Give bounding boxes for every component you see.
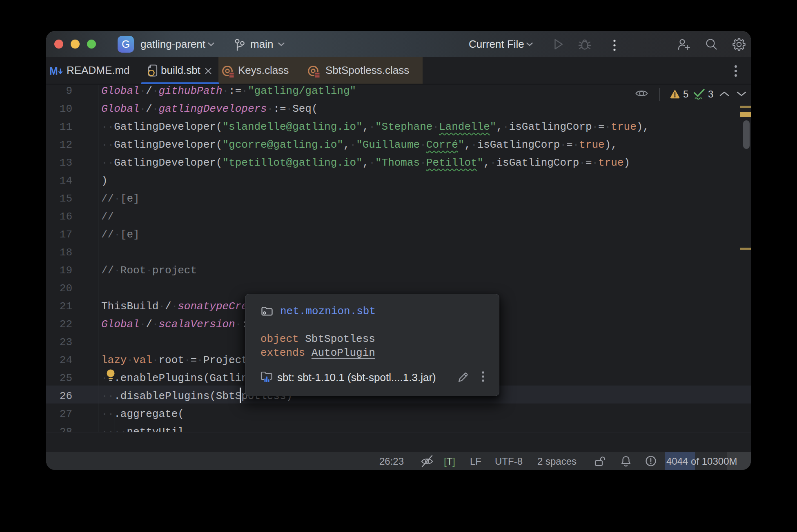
svg-text:M: M [49,66,58,77]
